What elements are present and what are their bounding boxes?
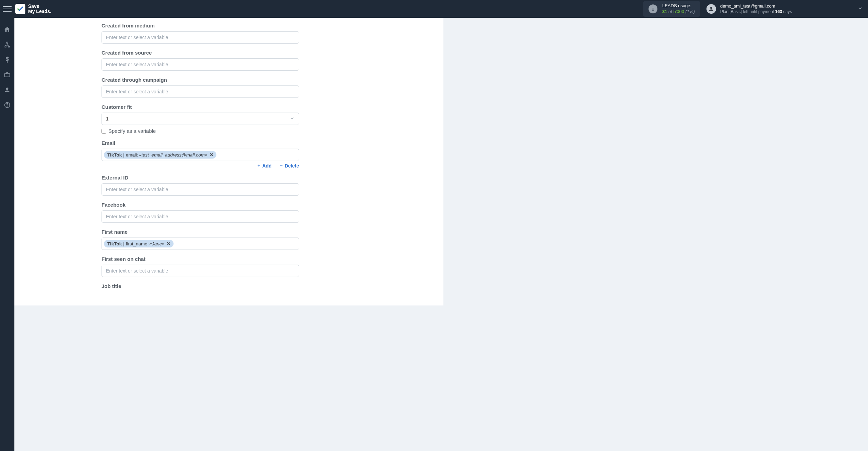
- input-email[interactable]: TikTok | email: «test_email_address@mail…: [102, 149, 299, 161]
- account-text: demo_sml_test@gmail.com Plan |Basic| lef…: [720, 3, 792, 14]
- select-customer-fit-value: 1: [106, 116, 109, 122]
- usage-pct: (1%): [686, 9, 695, 14]
- input-first-name[interactable]: TikTok | first_name: «Jane» ✕: [102, 238, 299, 250]
- input-facebook[interactable]: [102, 210, 299, 223]
- specify-as-variable-row[interactable]: Specify as a variable: [102, 128, 429, 134]
- sidebar-item-home[interactable]: [4, 26, 11, 33]
- chip-separator: |: [123, 152, 124, 158]
- person-icon: [708, 6, 714, 12]
- home-icon: [4, 26, 11, 33]
- chip-key: first_name:: [126, 241, 149, 246]
- chip-value: «test_email_address@mail.com»: [139, 152, 207, 158]
- specify-as-variable-checkbox[interactable]: [102, 129, 106, 134]
- check-icon: [17, 5, 24, 12]
- sidebar-item-billing[interactable]: [4, 56, 11, 63]
- account-plan-line: Plan |Basic| left until payment 163 days: [720, 9, 792, 14]
- avatar: [706, 4, 716, 14]
- top-bar: Save My Leads. i LEADS usage: 31 of 5'00…: [0, 0, 868, 18]
- label-customer-fit: Customer fit: [102, 104, 429, 110]
- svg-point-1: [7, 106, 8, 107]
- plan-name: Basic: [730, 9, 740, 14]
- page-scroll-area[interactable]: Created from medium Created from source …: [14, 18, 868, 451]
- field-customer-fit: Customer fit 1 Specify as a variable: [102, 104, 429, 134]
- plus-icon: [257, 164, 261, 168]
- chip-email[interactable]: TikTok | email: «test_email_address@mail…: [104, 151, 216, 159]
- delete-email-button[interactable]: Delete: [279, 163, 299, 169]
- chip-separator: |: [123, 241, 124, 246]
- usage-current: 31: [662, 9, 667, 14]
- field-facebook: Facebook: [102, 202, 429, 223]
- field-created-through-campaign: Created through campaign: [102, 77, 429, 98]
- label-created-from-medium: Created from medium: [102, 23, 429, 28]
- email-action-row: Add Delete: [102, 163, 299, 169]
- chip-value: «Jane»: [150, 241, 165, 246]
- sidebar-item-help[interactable]: [4, 102, 11, 108]
- plan-mid: | left until payment: [741, 9, 775, 14]
- input-first-seen-on-chat[interactable]: [102, 265, 299, 277]
- left-sidebar: [0, 18, 14, 451]
- field-email: Email TikTok | email: «test_email_addres…: [102, 140, 429, 169]
- field-external-id: External ID: [102, 175, 429, 196]
- menu-toggle-button[interactable]: [3, 4, 12, 13]
- label-first-name: First name: [102, 229, 429, 235]
- chip-first-name[interactable]: TikTok | first_name: «Jane» ✕: [104, 240, 174, 247]
- label-external-id: External ID: [102, 175, 429, 181]
- chevron-down-icon: [290, 116, 295, 122]
- label-created-from-source: Created from source: [102, 50, 429, 56]
- label-facebook: Facebook: [102, 202, 429, 208]
- sidebar-item-briefcase[interactable]: [4, 71, 11, 78]
- sidebar-item-profile[interactable]: [4, 86, 11, 93]
- account-menu[interactable]: demo_sml_test@gmail.com Plan |Basic| lef…: [706, 3, 863, 14]
- plan-days-count: 163: [775, 9, 782, 14]
- add-email-button[interactable]: Add: [257, 163, 272, 169]
- dollar-icon: [4, 56, 11, 63]
- field-created-from-source: Created from source: [102, 50, 429, 71]
- leads-usage-text: LEADS usage: 31 of 5'000 (1%): [662, 3, 695, 15]
- chevron-down-icon: [858, 6, 863, 12]
- usage-label: LEADS usage:: [662, 3, 695, 9]
- chip-source: TikTok: [107, 241, 122, 246]
- brand-line2: My Leads.: [28, 9, 51, 14]
- plan-days-word: days: [782, 9, 792, 14]
- plan-prefix: Plan |: [720, 9, 730, 14]
- chip-source: TikTok: [107, 152, 122, 158]
- input-external-id[interactable]: [102, 183, 299, 196]
- brand-title: Save My Leads.: [28, 4, 51, 14]
- chip-remove-button[interactable]: ✕: [210, 152, 214, 158]
- minus-icon: [279, 164, 283, 168]
- label-email: Email: [102, 140, 429, 146]
- label-first-seen-on-chat: First seen on chat: [102, 256, 429, 262]
- label-job-title: Job title: [102, 283, 429, 289]
- field-first-seen-on-chat: First seen on chat: [102, 256, 429, 277]
- info-icon: i: [649, 4, 657, 13]
- help-icon: [4, 102, 11, 108]
- chip-key: email:: [126, 152, 138, 158]
- chip-remove-button[interactable]: ✕: [167, 241, 171, 246]
- usage-max: 5'000: [673, 9, 684, 14]
- leads-usage-panel[interactable]: i LEADS usage: 31 of 5'000 (1%): [643, 1, 700, 17]
- form-card: Created from medium Created from source …: [14, 18, 443, 305]
- input-created-from-source[interactable]: [102, 58, 299, 71]
- user-icon: [4, 86, 11, 93]
- brand-line1: Save: [28, 4, 51, 9]
- input-created-from-medium[interactable]: [102, 31, 299, 44]
- specify-as-variable-label: Specify as a variable: [108, 128, 156, 134]
- select-customer-fit[interactable]: 1: [102, 113, 299, 125]
- account-email: demo_sml_test@gmail.com: [720, 3, 792, 9]
- sidebar-item-connections[interactable]: [4, 41, 11, 48]
- delete-label: Delete: [285, 163, 299, 169]
- label-created-through-campaign: Created through campaign: [102, 77, 429, 83]
- hierarchy-icon: [4, 41, 11, 48]
- field-created-from-medium: Created from medium: [102, 23, 429, 44]
- briefcase-icon: [4, 71, 11, 78]
- input-created-through-campaign[interactable]: [102, 85, 299, 98]
- field-job-title: Job title: [102, 283, 429, 289]
- add-label: Add: [262, 163, 272, 169]
- app-logo: [15, 4, 25, 14]
- field-first-name: First name TikTok | first_name: «Jane» ✕: [102, 229, 429, 250]
- usage-of-word: of: [668, 9, 672, 14]
